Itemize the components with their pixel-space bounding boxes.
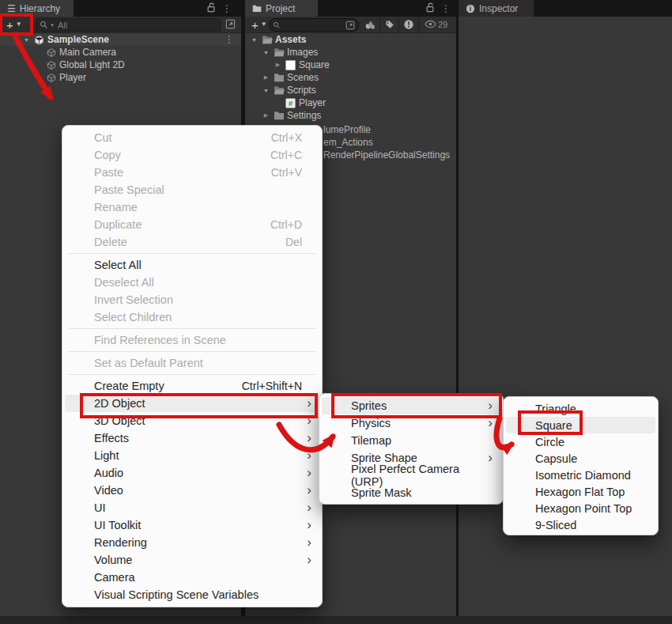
menu-item-rename: Rename — [65, 199, 319, 216]
menu-item-label: Physics — [351, 417, 391, 429]
menu-item-volume[interactable]: Volume› — [65, 551, 319, 569]
menu-item-pixel-perfect-camera-urp[interactable]: Pixel Perfect Camera (URP) — [322, 467, 500, 484]
svg-text:#: # — [289, 98, 293, 107]
lock-open-icon[interactable] — [425, 2, 435, 16]
tree-item-label: Player — [59, 72, 86, 83]
menu-item-shortcut: Ctrl+C — [270, 149, 302, 161]
search-icon — [40, 21, 48, 29]
menu-item-effects[interactable]: Effects› — [65, 429, 319, 447]
menu-item-3d-object[interactable]: 3D Object› — [65, 412, 319, 429]
project-search-field[interactable] — [269, 18, 359, 32]
alert-icon[interactable] — [398, 17, 418, 32]
expand-arrow-icon[interactable]: ▶ — [274, 62, 282, 68]
menu-item-camera[interactable]: Camera — [65, 569, 319, 586]
menu-item-light[interactable]: Light› — [65, 447, 319, 464]
menu-item-circle[interactable]: Circle — [506, 433, 655, 450]
open-search-window-icon[interactable] — [225, 19, 236, 29]
tree-item-label: Global Light 2D — [59, 59, 125, 70]
folder-open-icon — [261, 34, 273, 45]
hierarchy-create-button[interactable]: + ▼ — [2, 17, 26, 32]
tree-item-settings[interactable]: ▶Settings — [245, 109, 456, 122]
tab-inspector[interactable]: i Inspector — [459, 0, 534, 17]
menu-item-ui-toolkit[interactable]: UI Toolkit› — [65, 516, 319, 534]
menu-item-tilemap[interactable]: Tilemap — [322, 432, 500, 449]
menu-item-label: Set as Default Parent — [94, 357, 203, 369]
tree-item-square[interactable]: ▶Square — [245, 59, 456, 71]
search-by-type-icon[interactable] — [361, 17, 379, 32]
cube-icon — [45, 47, 57, 58]
menu-item-triangle[interactable]: Triangle — [506, 400, 655, 417]
menu-item-sprite-mask[interactable]: Sprite Mask — [322, 484, 500, 501]
menu-item-square[interactable]: Square — [506, 417, 655, 433]
hierarchy-search-input[interactable] — [56, 20, 217, 31]
menu-item-copy: CopyCtrl+C — [65, 146, 319, 164]
kebab-menu-icon[interactable]: ⋮ — [222, 4, 232, 13]
menu-item-select-children: Select Children — [65, 308, 319, 326]
project-search-input[interactable] — [282, 20, 344, 31]
menu-item-capsule[interactable]: Capsule — [506, 450, 655, 467]
tree-item-main-camera[interactable]: ▶Main Camera — [0, 46, 241, 59]
tree-item-scenes[interactable]: ▶Scenes — [245, 71, 456, 84]
menu-item-label: Create Empty — [94, 380, 164, 392]
info-icon: i — [466, 4, 475, 13]
lock-open-icon[interactable] — [206, 2, 216, 16]
menu-item-create-empty[interactable]: Create EmptyCtrl+Shift+N — [65, 377, 319, 395]
collapse-arrow-icon[interactable]: ▼ — [262, 50, 270, 55]
collapse-arrow-icon[interactable]: ▼ — [262, 88, 270, 93]
tree-item-clipped[interactable]: lumeProfile — [323, 123, 371, 136]
menu-item-visual-scripting-scene-variables[interactable]: Visual Scripting Scene Variables — [65, 586, 319, 603]
hamburger-icon: ☰ — [7, 3, 16, 14]
submenu-chevron-icon: › — [488, 416, 493, 429]
menu-item-hexagon-flat-top[interactable]: Hexagon Flat Top — [506, 483, 655, 500]
tab-project-label: Project — [266, 3, 295, 14]
menu-item-2d-object[interactable]: 2D Object› — [65, 395, 319, 412]
menu-item-video[interactable]: Video› — [65, 482, 319, 499]
hierarchy-search-field[interactable]: ▼ — [36, 18, 221, 32]
menu-item-physics[interactable]: Physics› — [322, 414, 500, 432]
menu-item-label: Audio — [94, 467, 123, 479]
tree-item-scripts[interactable]: ▼Scripts — [245, 84, 456, 96]
tree-item-player[interactable]: ▶#Player — [245, 96, 456, 109]
tab-hierarchy[interactable]: ☰ Hierarchy — [0, 0, 74, 17]
tab-project[interactable]: Project — [245, 0, 318, 17]
collapse-arrow-icon[interactable]: ▼ — [22, 37, 31, 43]
search-by-label-icon[interactable] — [379, 17, 398, 32]
tree-item-clipped[interactable]: em_Actions — [323, 136, 373, 149]
menu-item-hexagon-point-top[interactable]: Hexagon Point Top — [506, 500, 655, 516]
cube-icon — [45, 59, 57, 70]
submenu-chevron-icon: › — [307, 553, 311, 566]
menu-item-ui[interactable]: UI› — [65, 499, 319, 516]
menu-item-label: Find References in Scene — [94, 334, 226, 346]
tree-item-global-light-2d[interactable]: ▶Global Light 2D — [0, 59, 241, 71]
folder-icon — [273, 72, 285, 83]
menu-item-select-all[interactable]: Select All — [65, 256, 319, 274]
tree-item-clipped[interactable]: RenderPipelineGlobalSettings — [323, 149, 450, 161]
project-create-button[interactable]: + ▼ — [247, 17, 271, 32]
kebab-menu-icon[interactable]: ⋮ — [441, 4, 451, 13]
submenu-chevron-icon: › — [307, 466, 311, 479]
tree-item-samplescene[interactable]: ▼SampleScene⋮ — [0, 33, 241, 46]
tab-hierarchy-label: Hierarchy — [20, 3, 60, 14]
menu-item-isometric-diamond[interactable]: Isometric Diamond — [506, 467, 655, 483]
menu-item-rendering[interactable]: Rendering› — [65, 534, 319, 551]
open-search-window-icon[interactable] — [345, 21, 355, 30]
tree-item-images[interactable]: ▼Images — [245, 46, 456, 59]
tree-item-player[interactable]: ▶Player — [0, 71, 241, 84]
csharp-script-icon: # — [285, 97, 296, 108]
tree-item-label: Square — [299, 59, 330, 70]
menu-item-audio[interactable]: Audio› — [65, 464, 319, 482]
menu-item-label: UI Toolkit — [94, 519, 141, 531]
expand-arrow-icon[interactable]: ▶ — [262, 112, 270, 119]
expand-arrow-icon[interactable]: ▶ — [262, 74, 270, 81]
kebab-menu-icon[interactable]: ⋮ — [225, 34, 234, 45]
panel-splitter[interactable] — [456, 0, 459, 624]
menu-item-sprites[interactable]: Sprites› — [322, 397, 500, 414]
menu-item-label: Camera — [94, 571, 135, 584]
menu-item-9-sliced[interactable]: 9-Sliced — [506, 516, 655, 533]
collapse-arrow-icon[interactable]: ▼ — [250, 37, 259, 43]
visibility-toggle[interactable]: 29 — [418, 17, 453, 32]
submenu-chevron-icon: › — [307, 518, 311, 531]
menu-item-label: Select All — [94, 259, 142, 271]
menu-item-delete: DeleteDel — [65, 233, 319, 251]
tree-item-assets[interactable]: ▼Assets — [245, 33, 456, 46]
